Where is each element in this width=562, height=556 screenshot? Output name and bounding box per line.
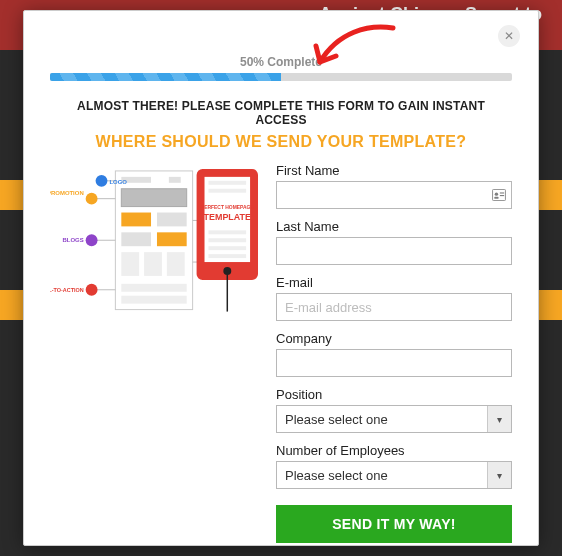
svg-point-28 xyxy=(223,267,231,275)
svg-rect-7 xyxy=(157,232,187,246)
progress-label: 50% Complete xyxy=(50,55,512,69)
svg-rect-5 xyxy=(157,213,187,227)
position-select[interactable]: Please select one ▾ xyxy=(276,405,512,433)
company-label: Company xyxy=(276,331,512,346)
employees-select[interactable]: Please select one ▾ xyxy=(276,461,512,489)
svg-rect-2 xyxy=(169,177,181,183)
svg-point-16 xyxy=(86,284,98,296)
signup-modal: ✕ 50% Complete ALMOST THERE! PLEASE COMP… xyxy=(23,10,539,546)
svg-point-13 xyxy=(96,175,108,187)
submit-button[interactable]: SEND IT MY WAY! xyxy=(276,505,512,543)
svg-rect-40 xyxy=(494,197,498,199)
company-input[interactable] xyxy=(276,349,512,377)
close-icon: ✕ xyxy=(504,29,514,43)
chevron-down-icon: ▾ xyxy=(487,406,511,432)
svg-rect-32 xyxy=(208,230,246,234)
svg-text:PROMOTION: PROMOTION xyxy=(50,190,84,196)
svg-rect-12 xyxy=(121,296,186,304)
progress-fill xyxy=(50,73,281,81)
svg-rect-30 xyxy=(208,181,246,185)
employees-label: Number of Employees xyxy=(276,443,512,458)
employees-selected-value: Please select one xyxy=(285,468,388,483)
template-illustration: LOGO PROMOTION BLOGS CALL-TO-ACTION LEAD… xyxy=(50,163,258,543)
position-selected-value: Please select one xyxy=(285,412,388,427)
progress-bar: 50% Complete xyxy=(50,55,512,81)
svg-rect-4 xyxy=(121,213,151,227)
svg-rect-34 xyxy=(208,246,246,250)
svg-rect-41 xyxy=(500,192,504,193)
svg-text:TEMPLATE: TEMPLATE xyxy=(204,212,251,222)
svg-rect-42 xyxy=(500,195,504,196)
first-name-label: First Name xyxy=(276,163,512,178)
svg-rect-9 xyxy=(144,252,162,276)
last-name-label: Last Name xyxy=(276,219,512,234)
svg-rect-33 xyxy=(208,238,246,242)
svg-rect-10 xyxy=(167,252,185,276)
chevron-down-icon: ▾ xyxy=(487,462,511,488)
svg-point-39 xyxy=(495,192,498,195)
svg-rect-3 xyxy=(121,189,186,207)
svg-rect-31 xyxy=(208,189,246,193)
svg-rect-11 xyxy=(121,284,186,292)
first-name-input[interactable] xyxy=(276,181,512,209)
svg-point-14 xyxy=(86,193,98,205)
email-input[interactable] xyxy=(276,293,512,321)
svg-point-15 xyxy=(86,234,98,246)
svg-rect-8 xyxy=(121,252,139,276)
svg-rect-6 xyxy=(121,232,151,246)
close-button[interactable]: ✕ xyxy=(498,25,520,47)
contact-card-icon xyxy=(492,189,506,201)
svg-rect-35 xyxy=(208,254,246,258)
headline-instruction: ALMOST THERE! PLEASE COMPLETE THIS FORM … xyxy=(50,99,512,127)
progress-track xyxy=(50,73,512,81)
position-label: Position xyxy=(276,387,512,402)
headline-question: WHERE SHOULD WE SEND YOUR TEMPLATE? xyxy=(50,133,512,151)
svg-text:CALL-TO-ACTION: CALL-TO-ACTION xyxy=(50,287,84,293)
email-label: E-mail xyxy=(276,275,512,290)
last-name-input[interactable] xyxy=(276,237,512,265)
signup-form: First Name Last Name E-mail Company Posi… xyxy=(276,163,512,543)
svg-text:BLOGS: BLOGS xyxy=(63,237,84,243)
svg-text:LOGO: LOGO xyxy=(109,179,127,185)
svg-text:PERFECT HOMEPAGE: PERFECT HOMEPAGE xyxy=(201,205,255,210)
